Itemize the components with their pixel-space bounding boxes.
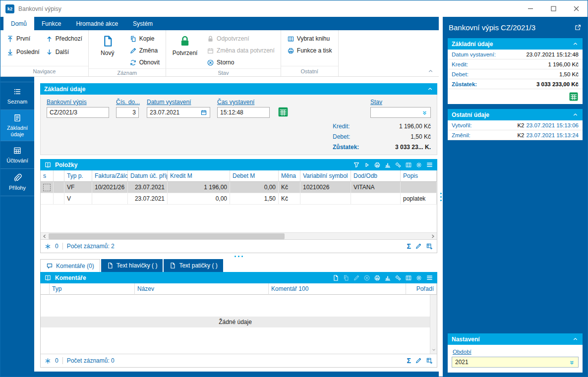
settings-gear-icon[interactable] — [415, 274, 422, 281]
cis-do-input[interactable]: 3 — [116, 107, 139, 118]
select-book-button[interactable]: Vybrat knihu — [285, 33, 334, 45]
cell[interactable]: 1 196,00 — [168, 182, 230, 193]
calendar-icon[interactable] — [200, 109, 207, 116]
cell[interactable]: VF — [64, 182, 92, 193]
vertical-scrollbar[interactable] — [430, 295, 437, 354]
komentare-table[interactable]: Žádné údaje — [41, 295, 430, 354]
delete-icon[interactable] — [363, 274, 370, 281]
cell[interactable] — [41, 193, 54, 205]
cas-vystaveni-input[interactable]: 15:12:48 — [217, 107, 270, 118]
horizontal-scrollbar[interactable] — [41, 232, 437, 239]
tab-hromadne-akce[interactable]: Hromadné akce — [68, 17, 125, 30]
field-label-link[interactable]: Čís. do... — [116, 99, 140, 106]
field-label-link[interactable]: Stav — [370, 99, 431, 106]
row-selector-cell[interactable] — [41, 182, 54, 193]
sum-icon[interactable]: Σ — [407, 243, 411, 250]
settings-gear-icon[interactable] — [415, 162, 422, 168]
bankovni-vypis-input[interactable]: CZ/2021/3 — [47, 107, 109, 118]
obdobi-combobox[interactable]: 2021 — [452, 357, 579, 368]
cell[interactable] — [92, 193, 128, 205]
columns-icon[interactable] — [405, 274, 412, 281]
column-header[interactable] — [41, 283, 50, 295]
cell[interactable]: VITANA — [351, 182, 401, 193]
next-button[interactable]: Další — [44, 46, 84, 58]
column-header[interactable]: Název — [135, 283, 269, 295]
sum-icon[interactable]: Σ — [407, 357, 411, 364]
cell[interactable] — [300, 193, 351, 205]
open-grid-button[interactable] — [569, 92, 579, 102]
field-label-link[interactable]: Čas vystavení — [217, 99, 270, 106]
maximize-button[interactable] — [542, 0, 565, 17]
filter-icon[interactable] — [353, 162, 360, 168]
column-header[interactable]: Typ — [50, 283, 135, 295]
cell[interactable]: 10/2021/26 — [92, 182, 128, 193]
chart-icon[interactable] — [384, 274, 391, 281]
cell[interactable]: 10210026 — [300, 182, 351, 193]
vertical-splitter[interactable] — [439, 17, 443, 377]
tab-domu[interactable]: Domů — [3, 17, 34, 30]
cell[interactable]: V — [64, 193, 92, 205]
scroll-left-button[interactable] — [41, 233, 49, 240]
unconfirm-button[interactable]: Odpotvrzení — [205, 33, 277, 45]
cell[interactable]: Kč — [279, 193, 300, 205]
scroll-right-button[interactable] — [429, 233, 437, 240]
cell[interactable]: poplatek — [401, 193, 437, 205]
confirm-button[interactable]: Potvrzení — [170, 33, 200, 68]
cell[interactable]: Kč — [279, 182, 300, 193]
collapse-panel-icon[interactable] — [427, 86, 433, 92]
cell[interactable]: 23.07.2021 — [128, 193, 168, 205]
scrollbar-thumb[interactable] — [49, 233, 285, 239]
field-label-link[interactable]: Bankovní výpis — [47, 99, 109, 106]
minimize-button[interactable] — [519, 0, 542, 17]
close-button[interactable] — [565, 0, 588, 17]
play-icon[interactable] — [363, 162, 370, 168]
tab-text-paticky[interactable]: Text patičky ( ) — [164, 259, 223, 272]
print-icon[interactable] — [374, 274, 381, 281]
column-header[interactable]: Faktura/Záloh — [92, 170, 128, 182]
horizontal-splitter[interactable] — [40, 253, 437, 259]
cell[interactable]: 23.07.2021 — [128, 182, 168, 193]
chart-icon[interactable] — [384, 162, 391, 168]
column-header[interactable]: Kredit M — [168, 170, 230, 182]
column-header[interactable]: Měna — [279, 170, 300, 182]
field-label-link[interactable]: Datum vystavení — [147, 99, 210, 106]
column-header[interactable]: Debet M — [230, 170, 279, 182]
open-in-window-icon[interactable] — [574, 24, 582, 31]
tab-komentare[interactable]: Komentáře (0) — [40, 259, 100, 272]
column-header[interactable]: Variabilní symbol — [300, 170, 351, 182]
sidebar-item-seznam[interactable]: Seznam — [0, 82, 34, 109]
previous-button[interactable]: Předchozí — [44, 33, 84, 45]
menu-icon[interactable] — [426, 274, 433, 281]
add-grid-icon[interactable] — [426, 357, 433, 364]
open-grid-button[interactable] — [277, 106, 290, 118]
sidebar-item-uctovani[interactable]: Účtování — [0, 141, 34, 168]
add-grid-icon[interactable] — [426, 243, 433, 250]
column-header[interactable]: Pořadí — [406, 283, 437, 295]
print-icon[interactable] — [374, 162, 381, 168]
column-header[interactable]: Dod/Odb — [351, 170, 401, 182]
cell[interactable] — [351, 193, 401, 205]
collapse-section-icon[interactable] — [572, 111, 579, 118]
dropdown-icon[interactable] — [569, 359, 575, 366]
copy-icon[interactable] — [343, 274, 350, 281]
obdobi-label[interactable]: Období — [453, 349, 471, 355]
column-header[interactable] — [54, 170, 64, 182]
sidebar-item-prilohy[interactable]: Přílohy — [0, 168, 34, 196]
column-header[interactable]: Popis — [401, 170, 437, 182]
ribbon-collapse-button[interactable] — [427, 68, 434, 74]
edit-icon[interactable] — [415, 243, 422, 250]
sidebar-item-zakladni-udaje[interactable]: Základní údaje — [0, 109, 34, 141]
cell[interactable] — [54, 182, 64, 193]
storno-button[interactable]: Storno — [205, 56, 277, 68]
stav-combobox[interactable] — [370, 107, 431, 118]
table-row-selected[interactable]: VF 10/2021/26 23.07.2021 1 196,00 0,00 K… — [41, 182, 437, 193]
tab-system[interactable]: Systém — [125, 17, 160, 30]
column-header[interactable]: Datum úč. příp. — [128, 170, 168, 182]
column-header[interactable]: Typ p. — [64, 170, 92, 182]
change-button[interactable]: Změna — [127, 45, 162, 56]
scrollbar-track[interactable] — [49, 233, 429, 239]
datum-vystaveni-input[interactable]: 23.07.2021 — [147, 107, 210, 118]
dropdown-icon[interactable] — [421, 109, 428, 116]
gears-icon[interactable] — [395, 274, 402, 281]
scroll-down-button[interactable] — [430, 346, 437, 354]
